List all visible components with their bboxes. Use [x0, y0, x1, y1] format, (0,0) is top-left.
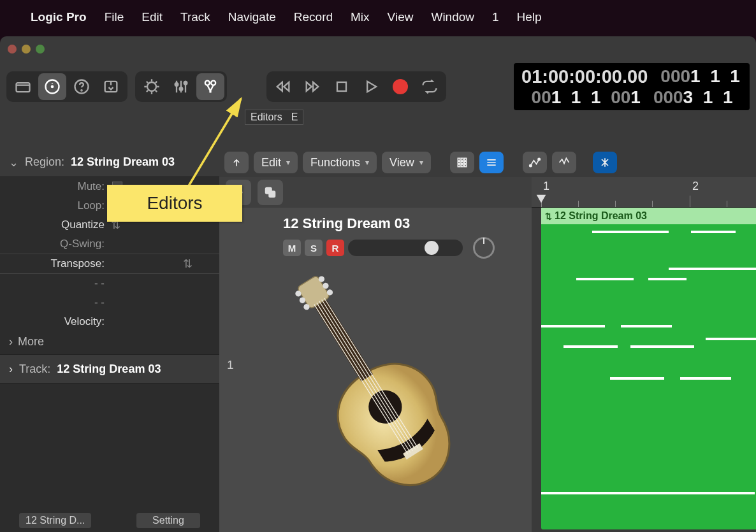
track-icon-guitar: [270, 259, 474, 514]
mixer-button[interactable]: [167, 73, 195, 100]
midi-note: [541, 492, 755, 494]
tracks-toolbar: Edit▾ Functions▾ View▾: [219, 148, 756, 177]
svg-point-10: [205, 81, 210, 85]
menu-mix[interactable]: Mix: [351, 10, 370, 24]
stop-button[interactable]: [328, 73, 356, 100]
view-menu[interactable]: View▾: [382, 152, 431, 173]
more-label: More: [18, 335, 44, 349]
volume-slider[interactable]: [348, 240, 463, 256]
svg-point-7: [175, 83, 178, 86]
svg-rect-17: [461, 161, 463, 163]
menu-window[interactable]: Window: [431, 10, 474, 24]
svg-point-22: [529, 164, 531, 166]
transpose-label: Transpose:: [0, 257, 108, 270]
playhead[interactable]: [534, 192, 548, 209]
track-header[interactable]: › Track: 12 String Dream 03: [0, 354, 219, 384]
minimize-button[interactable]: [22, 45, 31, 54]
close-button[interactable]: [8, 45, 17, 54]
solo-button[interactable]: S: [305, 240, 323, 256]
grid-view-button[interactable]: [450, 152, 474, 173]
functions-menu[interactable]: Functions▾: [303, 152, 377, 173]
menu-edit[interactable]: Edit: [142, 10, 163, 24]
chevron-right-icon: ›: [9, 363, 13, 376]
tracks-area: Edit▾ Functions▾ View▾ 1: [219, 148, 756, 532]
svg-point-11: [211, 81, 215, 85]
midi-note: [592, 231, 669, 233]
mute-button[interactable]: M: [283, 240, 301, 256]
track-label: Track:: [19, 363, 50, 376]
menu-record[interactable]: Record: [294, 10, 333, 24]
midi-note: [576, 278, 634, 280]
zoom-button[interactable]: [36, 45, 45, 54]
pan-knob[interactable]: [473, 237, 495, 259]
record-button[interactable]: [386, 73, 414, 100]
midi-note: [691, 231, 736, 233]
menu-view[interactable]: View: [388, 10, 414, 24]
menu-track[interactable]: Track: [180, 10, 210, 24]
volume-thumb[interactable]: [425, 241, 439, 255]
smart-controls-button[interactable]: [138, 73, 166, 100]
inspector-button[interactable]: [38, 73, 66, 100]
chevron-right-icon: ›: [9, 335, 13, 349]
svg-point-6: [147, 82, 156, 91]
region-notes: [541, 224, 756, 529]
menu-file[interactable]: File: [105, 10, 124, 24]
svg-point-2: [52, 86, 53, 87]
editors-callout: Editors: [107, 185, 242, 222]
editors-button[interactable]: [196, 73, 224, 100]
midi-note: [706, 338, 756, 340]
transpose-stepper-icon[interactable]: ⇅: [183, 257, 193, 271]
loop-stepper-icon: ⇅: [545, 212, 552, 221]
svg-rect-14: [461, 158, 463, 160]
list-view-button[interactable]: [479, 152, 504, 173]
track-title[interactable]: 12 String Dream 03: [283, 215, 532, 232]
play-button[interactable]: [357, 73, 385, 100]
library-button[interactable]: [9, 73, 37, 100]
track-number: 1: [227, 358, 234, 372]
flex-button[interactable]: [552, 152, 576, 173]
loop-label: Loop:: [0, 199, 108, 212]
svg-point-8: [180, 87, 183, 90]
ruler-mark-1: 1: [543, 180, 549, 193]
edit-menu[interactable]: Edit▾: [254, 152, 298, 173]
catch-playhead-button[interactable]: [593, 152, 617, 173]
setting-chip[interactable]: Setting: [136, 513, 200, 528]
cycle-button[interactable]: [416, 73, 444, 100]
track-header-area: 1 12 String Dream 03 M S R: [219, 208, 532, 532]
quantize-label: Quantize: [0, 219, 108, 231]
duplicate-track-button[interactable]: [258, 180, 283, 205]
rewind-button[interactable]: [269, 73, 297, 100]
automation-button[interactable]: [523, 152, 547, 173]
more-disclosure[interactable]: ›More: [0, 331, 219, 352]
lcd-bars-top: 0001 1 1: [660, 66, 740, 87]
timeline-body[interactable]: ⇅ 12 String Dream 03: [532, 208, 756, 532]
midi-note: [563, 345, 618, 348]
record-enable-button[interactable]: R: [326, 240, 344, 256]
channel-name-chip[interactable]: 12 String D...: [19, 513, 91, 528]
chevron-down-icon: ▾: [419, 158, 423, 167]
svg-rect-15: [464, 158, 466, 160]
forward-button[interactable]: [298, 73, 326, 100]
midi-note: [630, 345, 694, 348]
lcd-display[interactable]: 01:00:00:00.00 0001 1 1 001 1 1 001 0003…: [514, 63, 750, 110]
toolbar-button[interactable]: [97, 73, 125, 100]
midi-note: [680, 377, 731, 380]
app-menu[interactable]: Logic Pro: [31, 10, 87, 24]
arrange-area[interactable]: 1 2 ⇅ 12 String Dream 03: [532, 208, 756, 532]
quick-help-button[interactable]: [68, 73, 96, 100]
svg-rect-12: [337, 82, 346, 91]
ruler[interactable]: 1 2: [532, 177, 756, 208]
svg-rect-0: [17, 83, 30, 92]
midi-region[interactable]: ⇅ 12 String Dream 03: [541, 208, 756, 529]
back-button[interactable]: [224, 152, 249, 173]
region-header[interactable]: ⌄ Region: 12 String Dream 03: [0, 148, 219, 177]
svg-rect-19: [458, 164, 460, 166]
svg-point-4: [81, 90, 82, 90]
dash-1: - -: [0, 277, 108, 290]
menu-help[interactable]: Help: [517, 10, 542, 24]
midi-note: [621, 325, 672, 327]
menu-navigate[interactable]: Navigate: [228, 10, 276, 24]
dash-2: - -: [0, 296, 108, 309]
menu-1[interactable]: 1: [492, 10, 499, 24]
svg-rect-21: [464, 164, 466, 166]
